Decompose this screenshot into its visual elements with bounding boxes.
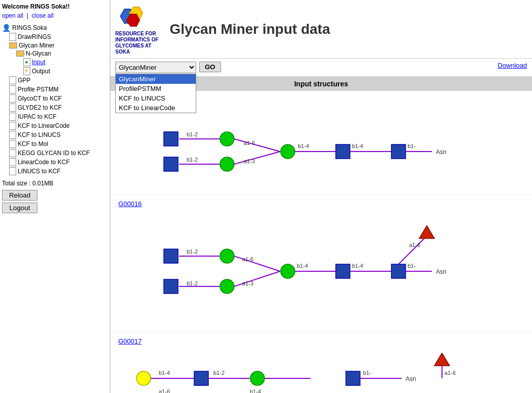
- svg-text:a1-3: a1-3: [242, 280, 253, 286]
- svg-text:a1-6: a1-6: [445, 370, 456, 376]
- svg-line-8: [234, 152, 280, 164]
- sidebar-item-linucs-kcf[interactable]: LINUCS to KCF: [2, 167, 108, 176]
- close-all-link[interactable]: close all: [32, 12, 54, 19]
- svg-text:b1-2: b1-2: [187, 131, 198, 137]
- svg-text:Asn: Asn: [436, 268, 447, 275]
- svg-line-37: [398, 236, 427, 264]
- glycan-id-g00016[interactable]: G00016: [118, 200, 142, 208]
- svg-point-49: [250, 371, 264, 385]
- svg-text:a1-6: a1-6: [244, 140, 255, 146]
- svg-line-26: [234, 256, 280, 271]
- svg-line-7: [234, 139, 280, 152]
- glycan-svg-g00015: b1-2 b1-2 a1-6 a1-3 b1-4 b1-4: [118, 109, 532, 189]
- glycan-entry-g00017: G00017 b1-4 b1-2 b1- Asn: [110, 332, 532, 393]
- sidebar-item-glycan-miner[interactable]: Glycan Miner: [2, 41, 108, 50]
- svg-line-27: [234, 271, 280, 286]
- glycan-entry-g00016: G00016 b1-2 b1-2 a1-6 a1-3: [110, 195, 532, 332]
- page-title: Glycan Miner input data: [169, 21, 330, 37]
- dropdown-item-kcf-to-linucs[interactable]: KCF to LINUCS: [116, 93, 196, 103]
- svg-rect-23: [164, 279, 178, 293]
- header: RESOURCE FOR INFORMATICS OF GLYCOMES AT …: [110, 0, 532, 59]
- sidebar-item-glycoct-kcf[interactable]: GlycoCT to KCF: [2, 94, 108, 103]
- svg-text:b1-4: b1-4: [297, 263, 308, 269]
- node-square-mid2: [391, 144, 406, 159]
- sidebar-tree: 👤RINGS SokaDrawRINGSGlycan MinerN-Glycan…: [2, 23, 108, 176]
- sidebar-item-drawrings[interactable]: DrawRINGS: [2, 32, 108, 41]
- sidebar-item-linearcode-kcf[interactable]: LinearCode to KCF: [2, 158, 108, 167]
- svg-text:b1-4: b1-4: [250, 388, 261, 393]
- svg-text:b1-2: b1-2: [187, 249, 198, 255]
- glycan-svg-g00016: b1-2 b1-2 a1-6 a1-3 b1-4 b1-4: [118, 211, 532, 327]
- svg-rect-33: [336, 264, 350, 278]
- svg-text:b1-: b1-: [363, 370, 371, 376]
- dropdown-item-glycanminer[interactable]: GlycanMiner: [116, 74, 196, 84]
- tool-select[interactable]: GlycanMinerProfilePSTMMKCF to LINUCSKCF …: [115, 62, 196, 73]
- sidebar-item-profile-pstmm[interactable]: Profile PSTMM: [2, 85, 108, 94]
- svg-text:a1-6: a1-6: [159, 388, 170, 393]
- glycan-svg-g00017: b1-4 b1-2 b1- Asn a1-6 a1-6 b1-4: [118, 348, 532, 393]
- svg-text:a1-6: a1-6: [409, 242, 420, 248]
- welcome-text: Welcome RINGS Soka!!: [2, 3, 108, 10]
- sidebar-item-kcf-linearcode[interactable]: KCF to LinearCode: [2, 121, 108, 130]
- go-button[interactable]: GO: [199, 62, 221, 72]
- open-all-link[interactable]: open all: [2, 12, 23, 19]
- logo-svg: [115, 3, 147, 29]
- logout-button[interactable]: Logout: [2, 203, 37, 213]
- svg-text:b1-4: b1-4: [159, 370, 170, 376]
- sidebar-item-output[interactable]: ▼Output: [2, 67, 108, 76]
- content-area: Input structures G00015 b1-2 b1-2: [110, 77, 532, 393]
- svg-point-24: [220, 279, 234, 293]
- main-area: RESOURCE FOR INFORMATICS OF GLYCOMES AT …: [110, 0, 532, 393]
- svg-point-43: [137, 371, 151, 385]
- dropdown-list: GlycanMinerProfilePSTMMKCF to LINUCSKCF …: [115, 74, 196, 113]
- svg-text:b1-4: b1-4: [298, 143, 309, 149]
- total-size-text: Total size : 0.01MB: [2, 180, 108, 187]
- logo-area: RESOURCE FOR INFORMATICS OF GLYCOMES AT …: [115, 3, 158, 55]
- sidebar: Welcome RINGS Soka!! open all | close al…: [0, 0, 110, 393]
- svg-marker-39: [419, 226, 434, 238]
- node-circle-top: [220, 132, 234, 146]
- svg-text:b1-2: b1-2: [187, 280, 198, 286]
- svg-text:a1-6: a1-6: [242, 256, 253, 262]
- svg-marker-55: [434, 353, 450, 366]
- node-square-bottom: [164, 157, 178, 171]
- sidebar-item-input[interactable]: ▲Input: [2, 58, 108, 67]
- sidebar-item-gpp[interactable]: GPP: [2, 76, 108, 85]
- svg-rect-19: [164, 249, 178, 263]
- node-square-top: [164, 132, 178, 146]
- svg-text:b1-: b1-: [408, 263, 416, 269]
- svg-rect-51: [346, 371, 360, 385]
- sidebar-item-glyde2-kcf[interactable]: GLYDE2 to KCF: [2, 103, 108, 112]
- svg-text:Asn: Asn: [406, 375, 416, 382]
- reload-button[interactable]: Reload: [2, 190, 37, 201]
- download-link[interactable]: Download: [498, 62, 527, 69]
- dropdown-item-profilepstmm[interactable]: ProfilePSTMM: [116, 84, 196, 93]
- sidebar-item-kcf-linucs[interactable]: KCF to LINUCS: [2, 130, 108, 139]
- svg-rect-36: [391, 264, 406, 278]
- sidebar-item-kcf-mol[interactable]: KCF to Mol: [2, 139, 108, 149]
- glycan-id-g00017[interactable]: G00017: [118, 337, 142, 345]
- node-circle-bottom: [220, 157, 234, 171]
- svg-point-20: [220, 249, 234, 263]
- logo-text: RESOURCE FOR INFORMATICS OF GLYCOMES AT …: [115, 31, 158, 55]
- svg-text:b1-4: b1-4: [352, 143, 363, 149]
- sidebar-item-kegg-glycan[interactable]: KEGG GLYCAN ID to KCF: [2, 149, 108, 158]
- svg-text:b1-4: b1-4: [352, 263, 363, 269]
- sidebar-item-rings-soka[interactable]: 👤RINGS Soka: [2, 23, 108, 32]
- svg-text:b1-: b1-: [408, 143, 416, 149]
- svg-text:a1-3: a1-3: [244, 158, 255, 164]
- node-circle-center: [281, 144, 295, 159]
- svg-point-30: [281, 264, 295, 278]
- toolbar: GlycanMinerProfilePSTMMKCF to LINUCSKCF …: [110, 59, 532, 77]
- svg-text:Asn: Asn: [436, 149, 447, 156]
- sidebar-item-n-glycan[interactable]: N-Glycan: [2, 50, 108, 58]
- sidebar-item-iupac-kcf[interactable]: IUPAC to KCF: [2, 112, 108, 121]
- dropdown-item-kcf-to-linearcode[interactable]: KCF to LinearCode: [116, 103, 196, 113]
- node-square-mid1: [336, 144, 350, 159]
- svg-text:b1-2: b1-2: [187, 157, 198, 163]
- svg-text:b1-2: b1-2: [213, 370, 225, 376]
- svg-rect-46: [194, 371, 208, 385]
